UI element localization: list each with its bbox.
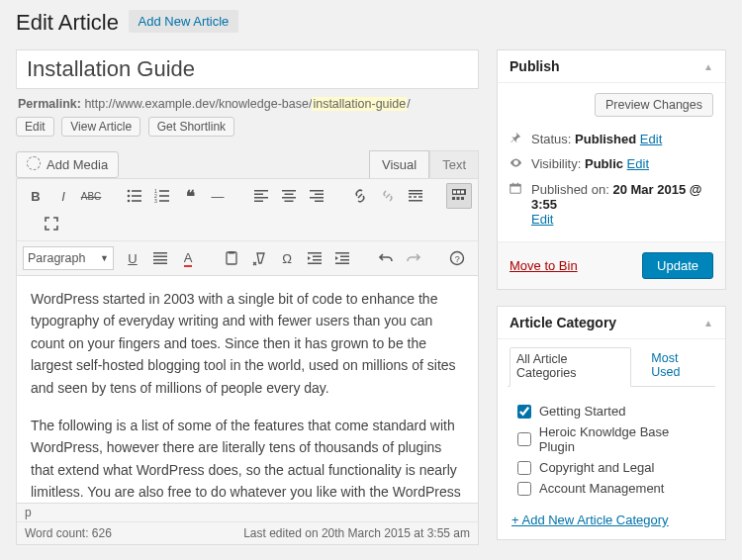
svg-rect-29 [457, 191, 460, 194]
clear-formatting-icon[interactable] [246, 245, 272, 271]
edit-date-link[interactable]: Edit [531, 212, 553, 227]
svg-rect-11 [159, 200, 169, 202]
edit-status-link[interactable]: Edit [640, 132, 662, 146]
svg-rect-47 [335, 263, 349, 265]
category-checkbox[interactable] [517, 432, 531, 446]
visibility-value: Public [585, 156, 623, 171]
bullet-list-icon[interactable] [122, 183, 147, 209]
svg-rect-24 [409, 190, 422, 192]
svg-rect-7 [159, 190, 169, 192]
paste-text-icon[interactable] [219, 245, 244, 271]
svg-rect-5 [132, 200, 141, 202]
editor-content[interactable]: WordPress started in 2003 with a single … [16, 276, 479, 504]
svg-rect-25 [409, 193, 422, 195]
add-new-category-link[interactable]: + Add New Article Category [510, 503, 713, 529]
view-article-button[interactable]: View Article [61, 117, 140, 137]
svg-text:3: 3 [154, 198, 157, 204]
collapse-icon[interactable]: ▲ [703, 318, 713, 328]
category-checkbox[interactable] [517, 482, 531, 496]
svg-rect-37 [153, 263, 167, 265]
eye-icon [510, 156, 523, 172]
svg-rect-46 [340, 259, 349, 261]
permalink-slug[interactable]: installation-guide [312, 97, 407, 111]
indent-icon[interactable] [329, 245, 355, 271]
svg-rect-16 [282, 190, 296, 192]
align-center-icon[interactable] [276, 183, 302, 209]
special-char-icon[interactable]: Ω [274, 245, 300, 271]
svg-rect-9 [159, 195, 169, 197]
preview-changes-button[interactable]: Preview Changes [595, 93, 713, 117]
italic-icon[interactable]: I [50, 183, 76, 209]
publish-title: Publish [510, 58, 560, 74]
svg-rect-34 [153, 252, 167, 254]
status-value: Published [575, 132, 636, 146]
tab-visual[interactable]: Visual [369, 150, 429, 178]
update-button[interactable]: Update [642, 252, 713, 279]
blockquote-icon[interactable]: ❝ [177, 183, 203, 209]
unlink-icon[interactable] [375, 183, 401, 209]
category-item[interactable]: Account Management [517, 478, 705, 499]
permalink-base: http://www.example.dev/knowledge-base/ [84, 97, 312, 111]
svg-rect-17 [285, 194, 294, 196]
underline-icon[interactable]: U [120, 245, 145, 271]
category-checkbox[interactable] [517, 405, 531, 419]
link-icon[interactable] [347, 183, 373, 209]
edit-permalink-button[interactable]: Edit [16, 117, 54, 137]
svg-rect-28 [453, 191, 456, 194]
collapse-icon[interactable]: ▲ [703, 61, 713, 72]
page-title: Edit Article [16, 10, 119, 36]
read-more-icon[interactable] [403, 183, 428, 209]
svg-rect-1 [132, 190, 141, 192]
strikethrough-icon[interactable]: ABC [78, 183, 104, 209]
editor-status-bar: p Word count: 626 Last edited on 20th Ma… [16, 504, 479, 545]
tab-text[interactable]: Text [429, 150, 479, 178]
hr-icon[interactable]: — [205, 183, 231, 209]
svg-rect-13 [254, 194, 263, 196]
move-to-bin-link[interactable]: Move to Bin [510, 258, 578, 273]
undo-icon[interactable] [373, 245, 399, 271]
svg-rect-45 [340, 256, 349, 258]
category-label: Getting Started [539, 404, 625, 419]
svg-point-4 [128, 200, 131, 203]
category-item[interactable]: Copyright and Legal [517, 457, 705, 478]
category-list: Getting StartedHeroic Knowldge Base Plug… [510, 397, 713, 503]
svg-rect-15 [254, 201, 263, 203]
svg-text:?: ? [455, 254, 460, 264]
add-media-button[interactable]: Add Media [16, 151, 119, 178]
category-checkbox[interactable] [517, 461, 531, 475]
format-select[interactable]: Paragraph ▼ [23, 246, 114, 270]
svg-rect-39 [229, 251, 234, 254]
post-title-input[interactable] [16, 49, 479, 89]
help-icon[interactable]: ? [444, 245, 470, 271]
redo-icon[interactable] [401, 245, 426, 271]
align-left-icon[interactable] [248, 183, 274, 209]
kitchen-sink-icon[interactable] [446, 183, 472, 209]
word-count: Word count: 626 [25, 526, 112, 540]
element-path[interactable]: p [17, 504, 478, 522]
bold-icon[interactable]: B [23, 183, 48, 209]
svg-rect-33 [461, 197, 464, 200]
svg-rect-3 [132, 195, 141, 197]
svg-point-0 [128, 190, 131, 193]
edit-visibility-link[interactable]: Edit [627, 156, 649, 171]
svg-rect-26 [409, 200, 422, 202]
tab-all-categories[interactable]: All Article Categories [510, 347, 631, 387]
outdent-icon[interactable] [302, 245, 327, 271]
category-label: Heroic Knowldge Base Plugin [539, 424, 705, 454]
category-item[interactable]: Heroic Knowldge Base Plugin [517, 421, 705, 457]
category-label: Account Management [539, 481, 664, 496]
get-shortlink-button[interactable]: Get Shortlink [148, 117, 234, 137]
tab-most-used[interactable]: Most Used [645, 347, 713, 386]
chevron-down-icon: ▼ [100, 253, 109, 263]
numbered-list-icon[interactable]: 123 [149, 183, 175, 209]
svg-rect-38 [227, 252, 236, 264]
fullscreen-icon[interactable] [39, 211, 64, 236]
align-right-icon[interactable] [304, 183, 329, 209]
content-paragraph: The following is a list of some of the f… [31, 415, 464, 504]
add-new-article-button[interactable]: Add New Article [129, 10, 239, 33]
svg-point-2 [128, 195, 131, 198]
text-color-icon[interactable]: A [175, 245, 201, 271]
category-item[interactable]: Getting Started [517, 401, 705, 421]
align-justify-icon[interactable] [147, 245, 173, 271]
svg-rect-22 [310, 197, 324, 199]
